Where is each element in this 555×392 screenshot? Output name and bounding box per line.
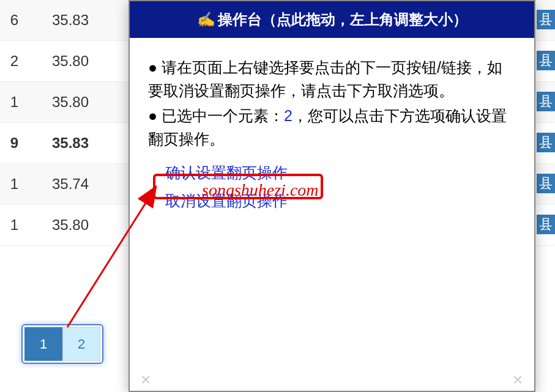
operation-panel-dialog: ✍️操作台（点此拖动，左上角调整大小） ● 请在页面上右键选择要点击的下一页按钮…: [129, 0, 535, 392]
cell-col1: 1: [0, 94, 18, 111]
dialog-header[interactable]: ✍️操作台（点此拖动，左上角调整大小）: [130, 1, 534, 38]
cell-col2: 35.83: [18, 135, 122, 152]
dialog-body: ● 请在页面上右键选择要点击的下一页按钮/链接，如要取消设置翻页操作，请点击下方…: [130, 38, 534, 224]
county-badge: 县: [537, 215, 555, 234]
cell-col2: 35.74: [18, 176, 122, 193]
page-button-1[interactable]: 1: [24, 327, 62, 361]
county-badge: 县: [537, 92, 555, 111]
selected-element-indicator: 2: [284, 107, 292, 124]
cell-col1: 6: [0, 12, 18, 29]
county-badge: 县: [537, 10, 555, 29]
instruction-line-1: ● 请在页面上右键选择要点击的下一页按钮/链接，如要取消设置翻页操作，请点击下方…: [148, 56, 516, 102]
cell-col1: 1: [0, 216, 18, 234]
cancel-pagination-link[interactable]: 取消设置翻页操作: [165, 190, 516, 213]
instruction-line-2: ● 已选中一个元素：2，您可以点击下方选项确认设置翻页操作。: [148, 105, 516, 150]
page-button-2[interactable]: 2: [62, 327, 100, 361]
bullet2-prefix: ● 已选中一个元素：: [148, 107, 284, 124]
cell-col2: 35.80: [18, 94, 122, 111]
cell-col1: 2: [0, 53, 18, 70]
cell-col2: 35.80: [18, 216, 122, 234]
writing-hand-icon: ✍️: [197, 11, 215, 28]
dialog-title: 操作台（点此拖动，左上角调整大小）: [218, 11, 467, 28]
confirm-pagination-link[interactable]: 确认设置翻页操作: [165, 161, 288, 185]
cell-col1: 1: [0, 176, 18, 193]
close-icon[interactable]: ×: [513, 370, 523, 390]
county-badge: 县: [537, 51, 555, 70]
county-badge: 县: [537, 174, 555, 193]
close-icon[interactable]: ×: [141, 370, 151, 390]
pagination: 1 2: [21, 324, 103, 364]
cell-col2: 35.80: [18, 53, 122, 70]
cell-col1: 9: [0, 135, 18, 152]
cell-col2: 35.83: [18, 12, 122, 29]
county-badge: 县: [537, 133, 555, 152]
